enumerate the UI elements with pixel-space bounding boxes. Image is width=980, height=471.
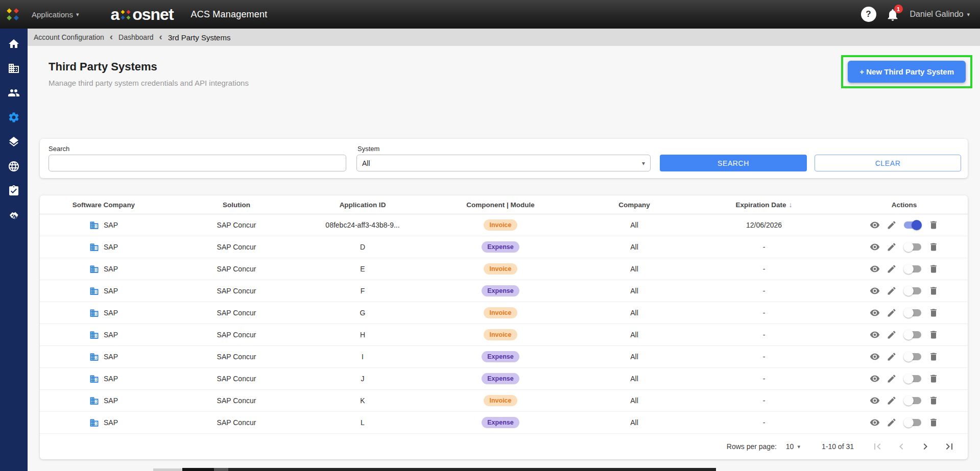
table-row[interactable]: SAP SAP Concur I Expense All -: [40, 346, 968, 368]
view-button[interactable]: [870, 417, 880, 428]
edit-button[interactable]: [887, 242, 897, 252]
breadcrumb-dashboard[interactable]: Dashboard: [118, 33, 154, 41]
delete-button[interactable]: [928, 220, 939, 230]
new-third-party-system-button[interactable]: + New Third Party System: [848, 61, 966, 83]
enabled-toggle[interactable]: [903, 330, 922, 340]
table-row[interactable]: SAP SAP Concur G Invoice All -: [40, 302, 968, 324]
delete-button[interactable]: [928, 286, 939, 296]
notification-badge: 1: [894, 5, 903, 13]
search-button[interactable]: SEARCH: [660, 155, 807, 171]
previous-page-button[interactable]: [895, 440, 907, 453]
sidebar-item-home[interactable]: [0, 32, 28, 56]
table-row[interactable]: SAP SAP Concur J Expense All -: [40, 368, 968, 390]
toggle-knob: [903, 308, 914, 318]
view-button[interactable]: [870, 264, 880, 274]
enabled-toggle[interactable]: [903, 220, 922, 230]
last-page-button[interactable]: [943, 440, 955, 453]
system-select[interactable]: All ▾: [356, 155, 651, 171]
delete-button[interactable]: [928, 308, 939, 318]
application-id-value: I: [362, 353, 364, 361]
edit-button[interactable]: [887, 374, 897, 384]
column-header-company[interactable]: Company: [581, 201, 687, 209]
view-button[interactable]: [870, 395, 880, 406]
delete-button[interactable]: [928, 242, 939, 252]
table-row[interactable]: SAP SAP Concur K Invoice All -: [40, 390, 968, 412]
notifications-button[interactable]: 1: [886, 6, 901, 22]
edit-button[interactable]: [887, 352, 897, 362]
breadcrumb: Account Configuration ‹ Dashboard ‹ 3rd …: [28, 29, 980, 46]
expiration-date-value: 12/06/2026: [746, 221, 782, 229]
trash-icon: [928, 352, 939, 362]
help-button[interactable]: ?: [861, 7, 876, 22]
sidebar-item-tasks[interactable]: [0, 179, 28, 203]
enabled-toggle[interactable]: [903, 242, 922, 252]
sidebar-item-company[interactable]: [0, 56, 28, 81]
first-page-icon: [871, 440, 883, 453]
view-button[interactable]: [870, 220, 880, 230]
last-page-icon: [943, 440, 955, 453]
app-logo-icon[interactable]: [5, 7, 20, 22]
globe-icon: [8, 160, 20, 172]
view-button[interactable]: [870, 374, 880, 384]
delete-button[interactable]: [928, 264, 939, 274]
delete-button[interactable]: [928, 352, 939, 362]
eye-icon: [870, 242, 880, 252]
column-header-actions[interactable]: Actions: [841, 201, 968, 209]
applications-menu[interactable]: Applications ▾: [32, 10, 79, 19]
software-company-value: SAP: [104, 353, 118, 361]
edit-button[interactable]: [887, 308, 897, 318]
delete-button[interactable]: [928, 374, 939, 384]
pencil-icon: [887, 352, 897, 362]
user-name: Daniel Galindo: [910, 10, 964, 19]
next-page-button[interactable]: [919, 440, 931, 453]
view-button[interactable]: [870, 286, 880, 296]
edit-button[interactable]: [887, 395, 897, 406]
rows-per-page-select[interactable]: 10 ▾: [786, 442, 800, 451]
table-row[interactable]: SAP SAP Concur 08febc24-aff3-43b8-9... I…: [40, 214, 968, 236]
solution-value: SAP Concur: [217, 287, 256, 295]
enabled-toggle[interactable]: [903, 374, 922, 384]
edit-button[interactable]: [887, 220, 897, 230]
view-button[interactable]: [870, 330, 880, 340]
brand-logo[interactable]: a osnet: [110, 7, 173, 22]
breadcrumb-account-configuration[interactable]: Account Configuration: [34, 33, 104, 41]
delete-button[interactable]: [928, 395, 939, 406]
table-row[interactable]: SAP SAP Concur H Invoice All -: [40, 324, 968, 346]
table-row[interactable]: SAP SAP Concur L Expense All -: [40, 412, 968, 434]
view-button[interactable]: [870, 308, 880, 318]
enabled-toggle[interactable]: [903, 417, 922, 428]
enabled-toggle[interactable]: [903, 264, 922, 274]
delete-button[interactable]: [928, 330, 939, 340]
edit-button[interactable]: [887, 330, 897, 340]
view-button[interactable]: [870, 242, 880, 252]
view-button[interactable]: [870, 352, 880, 362]
column-header-software-company[interactable]: Software Company: [40, 201, 168, 209]
enabled-toggle[interactable]: [903, 352, 922, 362]
sidebar-item-layers[interactable]: [0, 130, 28, 154]
column-header-expiration-date[interactable]: Expiration Date↓: [687, 201, 841, 209]
enabled-toggle[interactable]: [903, 286, 922, 296]
table-row[interactable]: SAP SAP Concur D Expense All -: [40, 236, 968, 258]
column-header-application-id[interactable]: Application ID: [305, 201, 420, 209]
sidebar-item-globe[interactable]: [0, 154, 28, 179]
application-id-value: L: [361, 418, 365, 427]
table-row[interactable]: SAP SAP Concur F Expense All -: [40, 280, 968, 302]
column-header-component-module[interactable]: Component | Module: [420, 201, 581, 209]
search-input[interactable]: [49, 155, 346, 171]
enabled-toggle[interactable]: [903, 308, 922, 318]
clear-button[interactable]: CLEAR: [815, 155, 961, 171]
delete-button[interactable]: [928, 417, 939, 428]
sidebar-item-partners[interactable]: [0, 203, 28, 228]
sidebar-item-users[interactable]: [0, 81, 28, 105]
enabled-toggle[interactable]: [903, 395, 922, 406]
edit-button[interactable]: [887, 286, 897, 296]
pencil-icon: [887, 242, 897, 252]
edit-button[interactable]: [887, 264, 897, 274]
edit-button[interactable]: [887, 417, 897, 428]
user-menu[interactable]: Daniel Galindo ▾: [910, 10, 970, 19]
sidebar-item-settings[interactable]: [0, 105, 28, 130]
table-row[interactable]: SAP SAP Concur E Invoice All -: [40, 258, 968, 280]
column-header-solution[interactable]: Solution: [168, 201, 305, 209]
building-icon: [89, 418, 99, 428]
first-page-button[interactable]: [871, 440, 883, 453]
